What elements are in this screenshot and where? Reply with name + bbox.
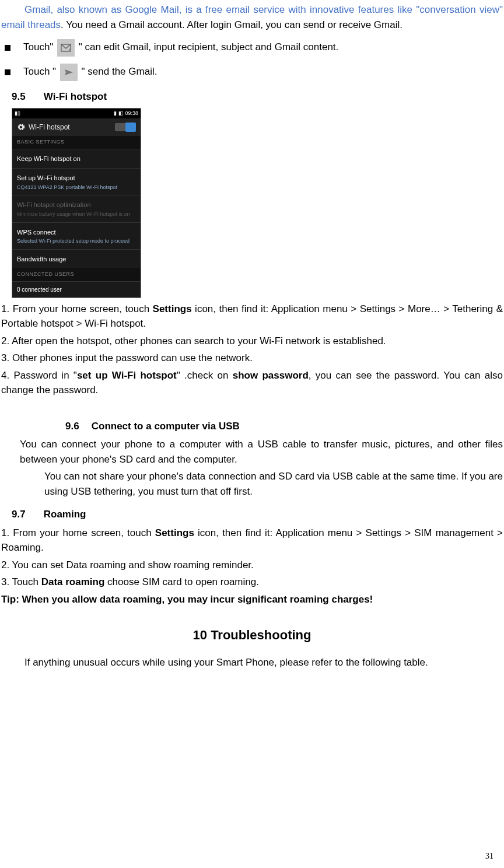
troubleshooting-intro: If anything unusual occurs while using y… bbox=[1, 655, 503, 670]
heading-9-6: 9.6 Connect to a computer via USB bbox=[65, 419, 503, 434]
heading-9-5: 9.5 Wi-Fi hotspot bbox=[12, 89, 503, 104]
usb-p1: You can connect your phone to a computer… bbox=[20, 437, 503, 467]
roaming-step-1: 1. From your home screen, touch Settings… bbox=[1, 526, 503, 555]
item-keep-on[interactable]: Keep Wi-Fi hotspot on bbox=[12, 149, 141, 169]
bullet2-pre: Touch " bbox=[23, 66, 56, 77]
item-connected-count: 0 connected user bbox=[12, 281, 141, 298]
hotspot-toggle[interactable] bbox=[115, 123, 136, 131]
wifi-step-3: 3. Other phones input the password can u… bbox=[1, 351, 503, 366]
gear-icon bbox=[17, 123, 25, 131]
wifi-hotspot-screenshot: ▮▯ ▮ ◧ 09:38 Wi-Fi hotspot BASIC SETTING… bbox=[12, 108, 141, 298]
wifi-step-2: 2. After open the hotspot, other phones … bbox=[1, 334, 503, 349]
screen-header: Wi-Fi hotspot bbox=[12, 118, 141, 136]
status-time: ▮ ◧ 09:38 bbox=[114, 110, 138, 118]
item-setup[interactable]: Set up Wi-Fi hotspot CQ4121 WPA2 PSK por… bbox=[12, 168, 141, 195]
compose-icon: + bbox=[57, 39, 75, 57]
wifi-step-1: 1. From your home screen, touch Settings… bbox=[1, 302, 503, 331]
bullet-square-icon bbox=[5, 69, 10, 75]
svg-text:+: + bbox=[68, 47, 71, 52]
usb-p2: You can not share your phone's data conn… bbox=[44, 469, 503, 499]
bullet2-post: " send the Gmail. bbox=[82, 66, 158, 77]
heading-title: Wi-Fi hotspot bbox=[44, 91, 107, 102]
item-bandwidth[interactable]: Bandwidth usage bbox=[12, 249, 141, 269]
status-bar: ▮▯ ▮ ◧ 09:38 bbox=[12, 108, 141, 119]
section-basic: BASIC SETTINGS bbox=[12, 136, 141, 149]
bullet-square-icon bbox=[5, 45, 10, 51]
heading-10: 10 Troubleshooting bbox=[1, 625, 503, 645]
roaming-step-2: 2. You can set Data roaming and show roa… bbox=[1, 558, 503, 573]
heading-title: Connect to a computer via USB bbox=[92, 421, 240, 432]
bullet1-pre: Touch" bbox=[23, 41, 56, 52]
bullet-send-gmail: Touch " " send the Gmail. bbox=[1, 64, 503, 81]
roaming-step-3: 3. Touch Data roaming choose SIM card to… bbox=[1, 575, 503, 590]
section-connected: CONNECTED USERS bbox=[12, 268, 141, 281]
heading-num: 9.5 bbox=[12, 89, 41, 104]
send-icon bbox=[60, 64, 78, 81]
status-left: ▮▯ bbox=[15, 110, 20, 118]
screen-title: Wi-Fi hotspot bbox=[29, 122, 70, 132]
heading-title: Roaming bbox=[44, 509, 86, 520]
heading-num: 9.7 bbox=[12, 507, 41, 522]
item-optimization: Wi-Fi hotspot optimization Minimize batt… bbox=[12, 195, 141, 222]
heading-num: 9.6 bbox=[65, 419, 89, 434]
intro-paragraph: Gmail, also known as Google Mail, is a f… bbox=[1, 2, 503, 32]
bullet1-post: " can edit Gmail, input recipient, subje… bbox=[79, 41, 338, 52]
roaming-tip: Tip: When you allow data roaming, you ma… bbox=[1, 592, 503, 607]
intro-black: . You need a Gmail account. After login … bbox=[61, 19, 402, 30]
wifi-step-4: 4. Password in "set up Wi-Fi hotspot" .c… bbox=[1, 368, 503, 398]
heading-9-7: 9.7 Roaming bbox=[12, 507, 503, 522]
bullet-edit-gmail: Touch" + " can edit Gmail, input recipie… bbox=[1, 39, 503, 57]
item-wps[interactable]: WPS connect Selected Wi-Fi protected set… bbox=[12, 222, 141, 249]
